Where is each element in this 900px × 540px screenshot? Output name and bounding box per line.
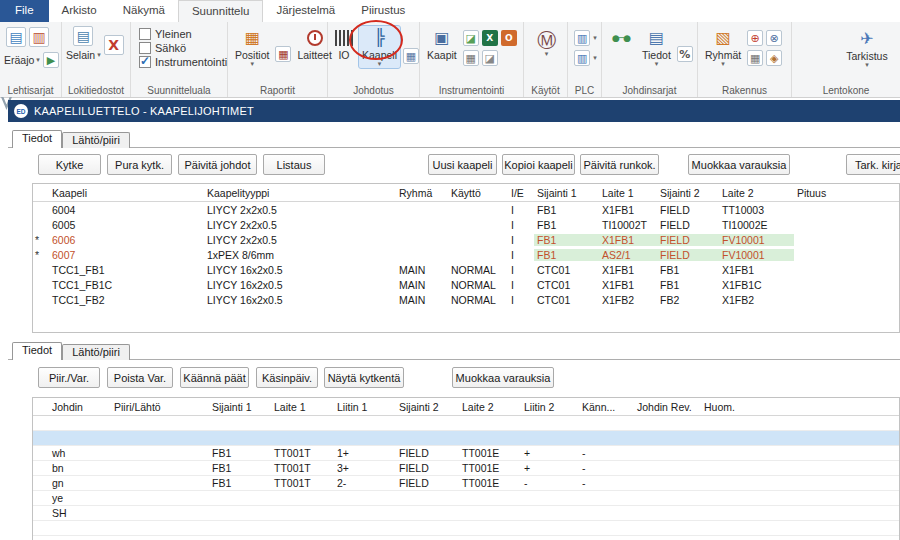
table-row[interactable]: TCC1_FB2LIYCY 16x2x0.5MAINNORMALICTC01X1… <box>33 292 899 307</box>
xml-log-icon[interactable]: X <box>104 35 124 55</box>
table-row[interactable]: 6005LIYCY 2x2x0.5IFB1TI10002TFIELDTI1000… <box>33 217 899 232</box>
grid-icon[interactable]: ▦ <box>747 50 763 66</box>
plc-rack-icon[interactable]: ▥ <box>574 30 590 46</box>
kaapit-button[interactable]: ▣ Kaapit <box>424 26 460 62</box>
kaapeli-button[interactable]: ╠ Kaapeli ▾ <box>359 26 400 68</box>
diamond-icon[interactable]: ◈ <box>766 50 782 66</box>
kasinpaiv-button[interactable]: Käsinpäiv. <box>256 367 318 388</box>
kaytot-button[interactable]: Ⓜ ▾ <box>528 28 565 58</box>
column-header[interactable]: Käyttö <box>448 187 508 199</box>
ryhmat-button[interactable]: ▧ Ryhmät ▾ <box>702 26 744 68</box>
table-row[interactable]: SH <box>33 506 899 521</box>
add-circle-icon[interactable]: ⊕ <box>747 30 763 46</box>
tab-tiedot-upper[interactable]: Tiedot <box>12 130 62 148</box>
sheet-edit-icon[interactable]: ▥ <box>29 27 49 47</box>
tiedot-button[interactable]: ▤ Tiedot ▾ <box>639 26 674 68</box>
table-row[interactable] <box>33 416 899 431</box>
harness-nodes-button[interactable]: ●─● <box>606 26 636 50</box>
tarkistus-button[interactable]: ✈ Tarkistus ▾ <box>836 27 898 69</box>
tab-suunnittelu[interactable]: Suunnittelu <box>178 0 264 22</box>
column-header[interactable]: Sijainti 1 <box>534 187 599 199</box>
column-header[interactable]: Ryhmä <box>396 187 448 199</box>
sheet-series-icon[interactable]: ▤ <box>6 27 26 47</box>
column-header[interactable]: Kaapelityyppi <box>204 187 396 199</box>
image-icon[interactable]: ◪ <box>482 50 498 66</box>
conductor-table[interactable]: JohdinPiiri/LähtöSijainti 1Laite 1Liitin… <box>32 397 900 540</box>
table-row[interactable]: *60071xPEX 8/6mmIFB1AS2/1FIELDFV10001 <box>33 247 899 262</box>
table-cell: FB1 <box>534 249 599 261</box>
column-header[interactable]: I/E <box>508 187 534 199</box>
positiot-button[interactable]: ▦ Positiot ▾ <box>232 26 272 68</box>
tab-jarjestelma[interactable]: Järjestelmä <box>263 0 348 22</box>
column-header[interactable]: Känn... <box>579 401 634 413</box>
piir-var-button[interactable]: Piir./Var. <box>38 367 100 388</box>
plc-io-icon[interactable]: ▥ <box>574 50 590 66</box>
tab-piirustus[interactable]: Piirustus <box>348 0 418 22</box>
table-cell: FIELD <box>657 219 719 231</box>
nayta-kytkenta-button[interactable]: Näytä kytkentä <box>324 367 404 388</box>
table-row[interactable]: TCC1_FB1LIYCY 16x2x0.5MAINNORMALICTC01X1… <box>33 262 899 277</box>
table-row[interactable]: 6004LIYCY 2x2x0.5IFB1X1FB1FIELDTT10003 <box>33 202 899 217</box>
tab-file[interactable]: File <box>0 0 49 22</box>
column-header[interactable]: Liitin 2 <box>521 401 579 413</box>
column-header[interactable]: Kaapeli <box>49 187 204 199</box>
listaus-button[interactable]: Listaus <box>263 154 325 175</box>
tab-arkisto[interactable]: Arkisto <box>49 0 110 22</box>
uusi-kaapeli-button[interactable]: Uusi kaapeli <box>428 154 497 175</box>
excel-file-icon[interactable]: X <box>482 30 498 46</box>
table-row[interactable]: bnFB1TT001T3+FIELDTT001E+- <box>33 461 899 476</box>
tab-lahto-piiri-upper[interactable]: Lähtö/piiri <box>62 132 130 148</box>
column-header[interactable]: Laite 2 <box>459 401 521 413</box>
pura-kytk-button[interactable]: Pura kytk. <box>107 154 172 175</box>
column-header[interactable]: Piiri/Lähtö <box>111 401 209 413</box>
kopioi-kaapeli-button[interactable]: Kopioi kaapeli <box>502 154 575 175</box>
column-header[interactable]: Laite 2 <box>719 187 794 199</box>
cable-table[interactable]: KaapeliKaapelityyppiRyhmäKäyttöI/ESijain… <box>32 183 900 333</box>
table-row[interactable]: TCC1_FB1CLIYCY 16x2x0.5MAINNORMALICTC01X… <box>33 277 899 292</box>
column-header[interactable]: Sijainti 1 <box>209 401 271 413</box>
column-header[interactable]: Liitin 1 <box>334 401 396 413</box>
table-row[interactable] <box>33 431 899 446</box>
table-row[interactable]: gnFB1TT001T2-FIELDTT001E-- <box>33 476 899 491</box>
kytke-button[interactable]: Kytke <box>38 154 101 175</box>
remove-circle-icon[interactable]: ⊗ <box>766 30 782 46</box>
table-report-icon[interactable]: ▦ <box>275 46 291 62</box>
muokkaa-varauksia-button-lower[interactable]: Muokkaa varauksia <box>452 367 554 388</box>
table-cell: bn <box>49 462 111 474</box>
kaanna-paat-button[interactable]: Käännä päät <box>180 367 249 388</box>
window-titlebar[interactable]: ED KAAPELILUETTELO - KAAPELIJOHTIMET <box>8 100 900 122</box>
column-header[interactable]: Sijainti 2 <box>657 187 719 199</box>
batch-run-icon[interactable]: ▶ <box>43 52 59 68</box>
percent-icon[interactable]: % <box>677 46 693 62</box>
table-row[interactable]: whFB1TT001T1+FIELDTT001E+- <box>33 446 899 461</box>
column-header[interactable]: Johdin <box>49 401 111 413</box>
checkbox-instrumentointi[interactable]: Instrumentointi <box>139 56 225 68</box>
selain-button[interactable]: Selain▾ <box>66 49 101 61</box>
tab-nakyma[interactable]: Näkymä <box>110 0 178 22</box>
column-header[interactable]: Sijainti 2 <box>396 401 459 413</box>
outlook-file-icon[interactable]: O <box>501 30 517 46</box>
column-header[interactable]: Johdin Rev. <box>634 401 701 413</box>
column-header[interactable]: Huom. <box>701 401 899 413</box>
eraajo-button[interactable]: Eräajo▾ <box>4 54 40 66</box>
table-row[interactable] <box>33 521 899 536</box>
io-button[interactable]: IO <box>332 26 356 62</box>
poista-var-button[interactable]: Poista Var. <box>107 367 173 388</box>
muokkaa-varauksia-button-upper[interactable]: Muokkaa varauksia <box>688 154 790 175</box>
checkbox-sahko[interactable]: Sähkö <box>139 42 225 54</box>
tab-lahto-piiri-lower[interactable]: Lähtö/piiri <box>62 344 130 360</box>
picture-icon[interactable]: ◪ <box>463 30 479 46</box>
tark-kirjastosta-button[interactable]: Tark. kirjastos <box>846 154 900 175</box>
paivita-johdot-button[interactable]: Päivitä johdot <box>178 154 257 175</box>
column-header[interactable]: Laite 1 <box>599 187 657 199</box>
paivita-runkok-button[interactable]: Päivitä runkok. <box>580 154 659 175</box>
grid-icon[interactable]: ▦ <box>463 50 479 66</box>
log-file-icon[interactable]: ▤ <box>73 26 93 46</box>
checkbox-yleinen[interactable]: Yleinen <box>139 28 225 40</box>
column-header[interactable]: Laite 1 <box>271 401 334 413</box>
column-header[interactable]: Pituus <box>794 187 899 199</box>
tab-tiedot-lower[interactable]: Tiedot <box>12 342 62 360</box>
table-row[interactable]: *6006LIYCY 2x2x0.5IFB1X1FB1FIELDFV10001 <box>33 232 899 247</box>
table-row[interactable]: ye <box>33 491 899 506</box>
wiring-grid-icon[interactable]: ▦ <box>403 48 419 64</box>
